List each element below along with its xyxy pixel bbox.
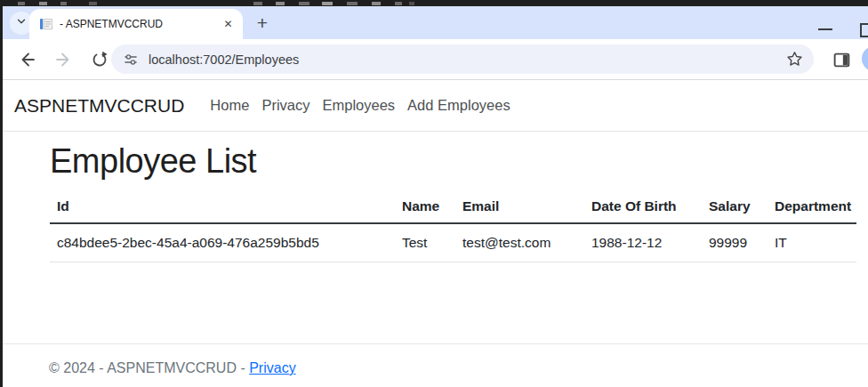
back-arrow-icon xyxy=(19,51,36,69)
cell-email: test@test.com xyxy=(455,223,584,262)
column-header-name: Name xyxy=(395,189,455,223)
table-header-row: Id Name Email Date Of Birth Salary Depar… xyxy=(50,189,856,223)
page-title: Employee List xyxy=(50,142,868,181)
site-navbar: ASPNETMVCCRUD Home Privacy Employees Add… xyxy=(3,80,868,132)
background-icon-fragment xyxy=(347,2,358,5)
background-app-strip xyxy=(0,0,868,6)
address-bar[interactable]: localhost:7002/Employees xyxy=(111,44,814,74)
cell-name: Test xyxy=(395,223,455,262)
cell-salary: 99999 xyxy=(702,223,768,262)
background-icon-fragment xyxy=(89,2,97,5)
main-content: Employee List Id Name Email Date Of Birt… xyxy=(3,132,868,262)
background-icon-fragment xyxy=(60,2,67,5)
background-icon-fragment xyxy=(395,2,402,5)
browser-tab-strip: - ASPNETMVCCRUD ✕ + xyxy=(3,6,868,39)
column-header-dob: Date Of Birth xyxy=(584,189,702,223)
forward-button[interactable] xyxy=(52,49,74,70)
nav-link-privacy[interactable]: Privacy xyxy=(261,97,309,114)
site-footer: © 2024 - ASPNETMVCCRUD - Privacy xyxy=(3,343,868,387)
window-maximize-button[interactable] xyxy=(860,23,868,37)
column-header-salary: Salary xyxy=(702,189,768,223)
background-icon-fragment xyxy=(322,2,333,5)
footer-copyright: © 2024 - ASPNETMVCCRUD - xyxy=(49,360,249,375)
reload-icon xyxy=(91,51,108,69)
site-info-icon[interactable] xyxy=(124,52,138,67)
profile-avatar[interactable] xyxy=(862,46,868,71)
tab-favicon-icon xyxy=(39,17,53,31)
footer-privacy-link[interactable]: Privacy xyxy=(249,360,295,375)
back-button[interactable] xyxy=(17,49,38,70)
column-header-id: Id xyxy=(50,189,395,223)
column-header-department: Department xyxy=(768,189,856,223)
background-icon-fragment xyxy=(372,2,381,5)
table-row: c84bdee5-2bec-45a4-a069-476a259b5bd5 Tes… xyxy=(50,223,856,262)
navbar-brand[interactable]: ASPNETMVCCRUD xyxy=(14,95,184,117)
nav-link-add-employees[interactable]: Add Employees xyxy=(407,97,510,114)
reload-button[interactable] xyxy=(89,49,110,70)
bookmark-star-icon[interactable] xyxy=(786,51,803,68)
nav-link-home[interactable]: Home xyxy=(210,97,249,114)
background-dropdown-arrow-fragment xyxy=(409,2,414,5)
side-panel-icon[interactable] xyxy=(832,50,851,69)
new-tab-button[interactable]: + xyxy=(251,12,274,35)
url-text[interactable]: localhost:7002/Employees xyxy=(149,52,786,67)
background-icon-fragment xyxy=(299,2,309,5)
cell-department: IT xyxy=(768,223,856,262)
background-icon-fragment xyxy=(39,2,47,5)
background-icon-fragment xyxy=(253,2,262,5)
cell-dob: 1988-12-12 xyxy=(584,223,702,262)
browser-tab[interactable]: - ASPNETMVCCRUD ✕ xyxy=(29,9,243,39)
tab-close-icon[interactable]: ✕ xyxy=(221,17,236,32)
web-page: ASPNETMVCCRUD Home Privacy Employees Add… xyxy=(3,80,868,387)
tab-title: - ASPNETMVCCRUD xyxy=(60,18,221,30)
browser-toolbar: localhost:7002/Employees xyxy=(3,39,868,80)
nav-link-employees[interactable]: Employees xyxy=(322,97,395,114)
background-icon-fragment xyxy=(276,2,285,5)
window-minimize-button[interactable] xyxy=(818,28,832,30)
background-icon-fragment xyxy=(18,2,25,5)
forward-arrow-icon xyxy=(54,51,72,69)
cell-id: c84bdee5-2bec-45a4-a069-476a259b5bd5 xyxy=(50,223,395,262)
column-header-email: Email xyxy=(455,189,584,223)
chevron-down-icon xyxy=(15,15,28,31)
employee-table: Id Name Email Date Of Birth Salary Depar… xyxy=(50,189,856,262)
